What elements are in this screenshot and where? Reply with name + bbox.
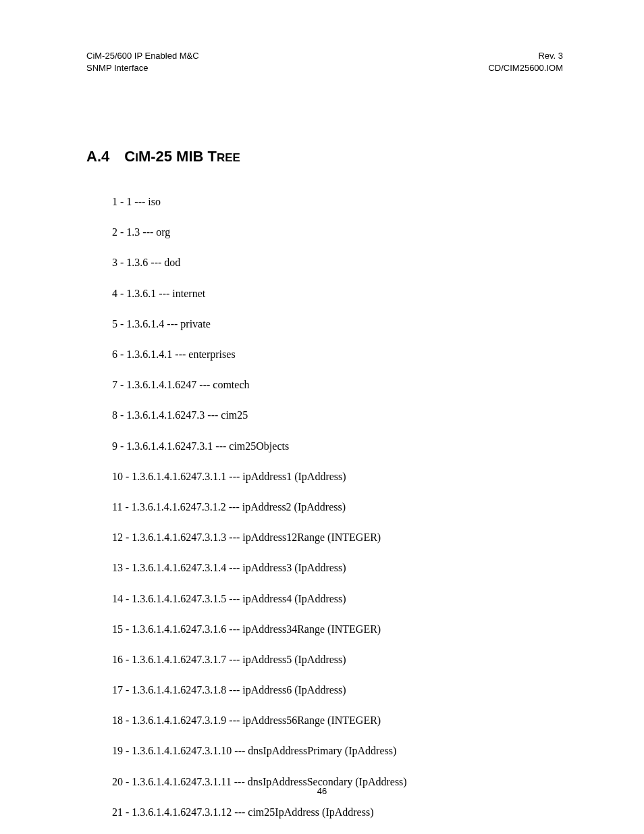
header-left: CiM-25/600 IP Enabled M&C SNMP Interface [86,50,199,74]
page-number: 46 [0,786,644,796]
header-right-line2: CD/CIM25600.IOM [488,62,563,74]
tree-item: 18 - 1.3.6.1.4.1.6247.3.1.9 --- ipAddres… [112,714,563,727]
tree-item: 14 - 1.3.6.1.4.1.6247.3.1.5 --- ipAddres… [112,592,563,605]
tree-item: 3 - 1.3.6 --- dod [112,256,563,269]
heading-number: A.4 [86,148,109,165]
tree-item: 17 - 1.3.6.1.4.1.6247.3.1.8 --- ipAddres… [112,683,563,696]
page-header: CiM-25/600 IP Enabled M&C SNMP Interface… [86,50,563,74]
tree-item: 10 - 1.3.6.1.4.1.6247.3.1.1 --- ipAddres… [112,470,563,483]
tree-item: 6 - 1.3.6.1.4.1 --- enterprises [112,348,563,361]
header-left-line2: SNMP Interface [86,62,199,74]
document-page: CiM-25/600 IP Enabled M&C SNMP Interface… [0,0,644,834]
tree-item: 11 - 1.3.6.1.4.1.6247.3.1.2 --- ipAddres… [112,500,563,513]
tree-item: 1 - 1 --- iso [112,195,563,208]
header-right: Rev. 3 CD/CIM25600.IOM [488,50,563,74]
tree-item: 4 - 1.3.6.1 --- internet [112,287,563,300]
tree-item: 8 - 1.3.6.1.4.1.6247.3 --- cim25 [112,409,563,421]
heading-text-c2: M-25 MIB T [138,148,217,165]
tree-item: 13 - 1.3.6.1.4.1.6247.3.1.4 --- ipAddres… [112,561,563,574]
tree-item: 7 - 1.3.6.1.4.1.6247 --- comtech [112,378,563,391]
tree-item: 12 - 1.3.6.1.4.1.6247.3.1.3 --- ipAddres… [112,531,563,544]
header-left-line1: CiM-25/600 IP Enabled M&C [86,50,199,62]
mib-tree-list: 1 - 1 --- iso 2 - 1.3 --- org 3 - 1.3.6 … [112,195,563,818]
section-heading: A.4CIM-25 MIB TREE [86,148,563,165]
tree-item: 21 - 1.3.6.1.4.1.6247.3.1.12 --- cim25Ip… [112,806,563,818]
heading-text-sc2: REE [217,151,240,164]
tree-item: 9 - 1.3.6.1.4.1.6247.3.1 --- cim25Object… [112,440,563,452]
heading-text-c1: C [124,148,135,165]
header-right-line1: Rev. 3 [488,50,563,62]
tree-item: 2 - 1.3 --- org [112,226,563,238]
tree-item: 16 - 1.3.6.1.4.1.6247.3.1.7 --- ipAddres… [112,653,563,666]
tree-item: 19 - 1.3.6.1.4.1.6247.3.1.10 --- dnsIpAd… [112,744,563,757]
tree-item: 15 - 1.3.6.1.4.1.6247.3.1.6 --- ipAddres… [112,623,563,635]
tree-item: 5 - 1.3.6.1.4 --- private [112,317,563,330]
